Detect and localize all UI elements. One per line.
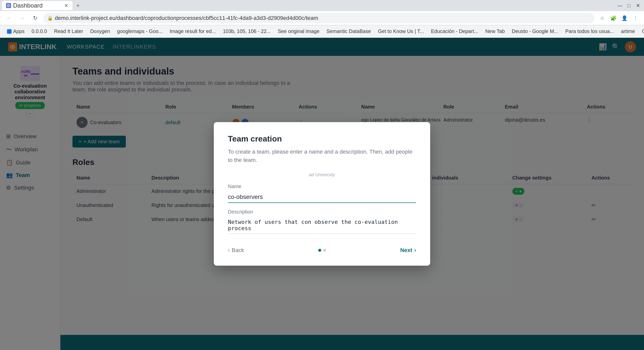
bookmark-googlemaps-label: googlemaps - Goo...: [117, 28, 163, 34]
modal-next-btn[interactable]: Next ›: [400, 247, 416, 254]
refresh-btn[interactable]: ↻: [30, 13, 40, 23]
bookmark-googlemaps[interactable]: googlemaps - Goo...: [114, 27, 166, 36]
back-chevron-icon: ‹: [228, 247, 230, 254]
team-creation-modal: Team creation To create a team, please e…: [214, 122, 430, 266]
name-input[interactable]: [228, 191, 416, 203]
apps-favicon: [7, 29, 12, 34]
modal-subtitle: To create a team, please enter a name an…: [228, 148, 416, 164]
description-input[interactable]: Network of users that con observe the co…: [228, 217, 416, 234]
back-btn-label: Back: [232, 247, 244, 254]
url-box[interactable]: 🔒 demo.interlink-project.eu/dashboard/co…: [43, 13, 595, 23]
bookmark-apps[interactable]: Apps: [4, 27, 28, 36]
next-chevron-icon: ›: [414, 247, 416, 254]
bookmark-apps-label: Apps: [13, 28, 25, 34]
profile-icon[interactable]: 👤: [620, 14, 629, 23]
bookmark-gettoknow[interactable]: Get to Know Us | T...: [375, 27, 427, 36]
next-btn-label: Next: [400, 247, 412, 254]
bookmark-103b-label: 103b, 105, 106 - 22...: [223, 28, 271, 34]
browser-chrome: D Dashboard ✕ + — □ ✕ ← → ↻ 🔒 demo.inter…: [0, 0, 644, 38]
bookmark-103b[interactable]: 103b, 105, 106 - 22...: [220, 27, 274, 36]
bookmark-gettoknow-label: Get to Know Us | T...: [378, 28, 424, 34]
dot-2: [323, 249, 326, 252]
bookmark-000-label: 0.0.0.0: [32, 28, 47, 34]
bookmark-educacion-label: Educación - Depart...: [431, 28, 478, 34]
bookmark-image[interactable]: Image result for ed...: [167, 27, 219, 36]
dot-1: [318, 249, 321, 252]
modal-overlay[interactable]: Team creation To create a team, please e…: [0, 38, 644, 350]
bookmark-artime[interactable]: artime: [618, 27, 638, 36]
new-tab-btn[interactable]: +: [73, 1, 83, 10]
close-window-btn[interactable]: ✕: [634, 2, 642, 10]
bookmark-other[interactable]: Other bookmarks: [639, 27, 644, 36]
bookmark-star-icon[interactable]: ☆: [598, 14, 607, 23]
address-actions: ☆ 🧩 👤 ⋮: [598, 14, 640, 23]
lock-icon: 🔒: [47, 15, 53, 21]
bookmark-educacion[interactable]: Educación - Depart...: [428, 27, 481, 36]
tab-close-btn[interactable]: ✕: [64, 3, 68, 9]
bookmark-doxygen[interactable]: Doxygen: [87, 27, 113, 36]
modal-title: Team creation: [228, 134, 416, 144]
description-field: Description Network of users that con ob…: [228, 209, 416, 235]
bookmark-read-later[interactable]: Read It Later: [51, 27, 86, 36]
bookmarks-bar: Apps 0.0.0.0 Read It Later Doxygen googl…: [0, 25, 644, 38]
bookmark-newtab-label: New Tab: [485, 28, 505, 34]
extension-icon[interactable]: 🧩: [609, 14, 618, 23]
forward-nav-btn[interactable]: →: [17, 13, 27, 23]
modal-footer: ‹ Back Next ›: [228, 247, 416, 254]
modal-org-watermark: ad University: [228, 172, 416, 178]
bookmark-image-label: Image result for ed...: [170, 28, 216, 34]
maximize-btn[interactable]: □: [625, 2, 633, 10]
bookmark-newtab[interactable]: New Tab: [482, 27, 508, 36]
tab-favicon: D: [6, 3, 11, 8]
name-label: Name: [228, 184, 416, 189]
active-tab[interactable]: D Dashboard ✕: [2, 1, 72, 10]
description-label: Description: [228, 209, 416, 215]
bookmark-other-label: Other bookmarks: [642, 28, 644, 34]
name-field: Name: [228, 184, 416, 203]
bookmark-doxygen-label: Doxygen: [90, 28, 110, 34]
bookmark-semantic[interactable]: Semantic DataBase: [324, 27, 374, 36]
address-bar: ← → ↻ 🔒 demo.interlink-project.eu/dashbo…: [0, 11, 644, 25]
bookmark-artime-label: artime: [621, 28, 635, 34]
tab-bar: D Dashboard ✕ + — □ ✕: [0, 0, 644, 11]
bookmark-semantic-label: Semantic DataBase: [327, 28, 371, 34]
bookmark-see-original-label: See original image: [278, 28, 319, 34]
bookmark-deusto[interactable]: Deusto - Google M...: [509, 27, 561, 36]
menu-icon[interactable]: ⋮: [631, 14, 640, 23]
bookmark-para-todos-label: Para todos los usua...: [565, 28, 614, 34]
modal-back-btn[interactable]: ‹ Back: [228, 247, 244, 254]
bookmark-000[interactable]: 0.0.0.0: [29, 27, 50, 36]
bookmark-read-later-label: Read It Later: [54, 28, 83, 34]
back-nav-btn[interactable]: ←: [4, 13, 14, 23]
bookmark-see-original[interactable]: See original image: [275, 27, 323, 36]
bookmark-deusto-label: Deusto - Google M...: [512, 28, 558, 34]
window-controls: — □ ✕: [616, 2, 642, 10]
pagination-dots: [318, 249, 326, 252]
url-text: demo.interlink-project.eu/dashboard/copr…: [55, 15, 318, 21]
minimize-btn[interactable]: —: [616, 2, 624, 10]
bookmark-para-todos[interactable]: Para todos los usua...: [562, 27, 617, 36]
tab-title: Dashboard: [13, 2, 43, 9]
